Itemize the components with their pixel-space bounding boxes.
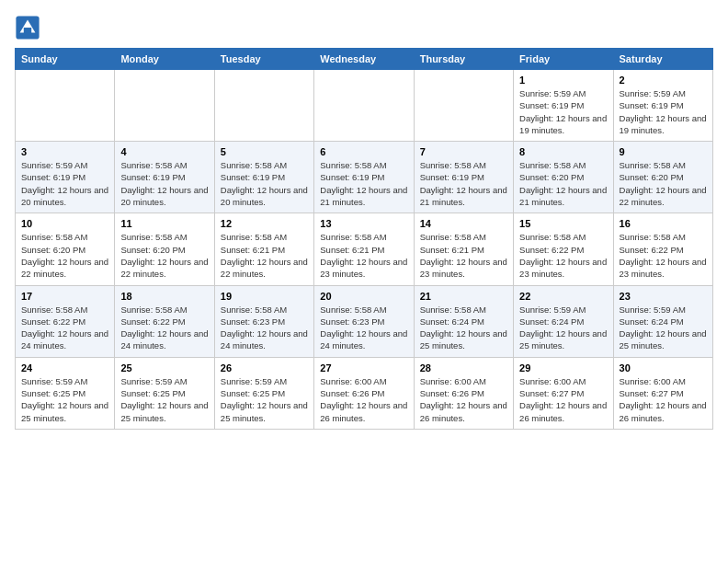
calendar-cell: 3Sunrise: 5:59 AM Sunset: 6:19 PM Daylig… <box>16 142 115 213</box>
day-number: 27 <box>320 362 407 373</box>
day-info: Sunrise: 6:00 AM Sunset: 6:27 PM Dayligh… <box>620 375 707 424</box>
day-number: 2 <box>620 75 707 86</box>
calendar-cell <box>16 70 115 142</box>
day-number: 22 <box>519 291 607 302</box>
calendar-body: 1Sunrise: 5:59 AM Sunset: 6:19 PM Daylig… <box>16 70 713 430</box>
day-number: 8 <box>519 146 607 157</box>
calendar-cell <box>214 70 313 142</box>
day-info: Sunrise: 5:58 AM Sunset: 6:19 PM Dayligh… <box>120 159 208 208</box>
calendar-cell: 23Sunrise: 5:59 AM Sunset: 6:24 PM Dayli… <box>613 285 712 357</box>
day-number: 18 <box>120 291 208 302</box>
day-info: Sunrise: 5:58 AM Sunset: 6:20 PM Dayligh… <box>620 159 707 208</box>
svg-rect-2 <box>24 28 31 34</box>
calendar-week-5: 24Sunrise: 5:59 AM Sunset: 6:25 PM Dayli… <box>16 357 713 429</box>
day-info: Sunrise: 5:59 AM Sunset: 6:19 PM Dayligh… <box>620 87 707 136</box>
calendar-cell: 10Sunrise: 5:58 AM Sunset: 6:20 PM Dayli… <box>16 213 115 285</box>
day-info: Sunrise: 5:58 AM Sunset: 6:19 PM Dayligh… <box>420 159 507 208</box>
day-number: 20 <box>320 291 407 302</box>
calendar-table: SundayMondayTuesdayWednesdayThursdayFrid… <box>15 48 713 430</box>
calendar-cell: 1Sunrise: 5:59 AM Sunset: 6:19 PM Daylig… <box>514 70 613 142</box>
day-number: 19 <box>221 291 308 302</box>
day-info: Sunrise: 5:59 AM Sunset: 6:19 PM Dayligh… <box>21 159 108 208</box>
day-info: Sunrise: 5:58 AM Sunset: 6:20 PM Dayligh… <box>21 231 108 280</box>
day-info: Sunrise: 5:59 AM Sunset: 6:24 PM Dayligh… <box>519 304 607 352</box>
calendar-cell <box>414 70 513 142</box>
day-info: Sunrise: 5:58 AM Sunset: 6:21 PM Dayligh… <box>320 231 407 280</box>
calendar-cell: 15Sunrise: 5:58 AM Sunset: 6:22 PM Dayli… <box>514 213 613 285</box>
calendar-header-row: SundayMondayTuesdayWednesdayThursdayFrid… <box>16 49 713 70</box>
calendar-cell: 14Sunrise: 5:58 AM Sunset: 6:21 PM Dayli… <box>414 213 513 285</box>
day-info: Sunrise: 5:59 AM Sunset: 6:25 PM Dayligh… <box>21 375 108 424</box>
day-info: Sunrise: 5:58 AM Sunset: 6:22 PM Dayligh… <box>620 231 707 280</box>
day-number: 29 <box>519 362 607 373</box>
calendar-cell: 4Sunrise: 5:58 AM Sunset: 6:19 PM Daylig… <box>115 142 214 213</box>
calendar-cell: 18Sunrise: 5:58 AM Sunset: 6:22 PM Dayli… <box>115 285 214 357</box>
calendar-cell <box>115 70 214 142</box>
day-number: 24 <box>21 362 108 373</box>
day-number: 26 <box>221 362 308 373</box>
calendar-cell: 9Sunrise: 5:58 AM Sunset: 6:20 PM Daylig… <box>613 142 712 213</box>
calendar-cell: 28Sunrise: 6:00 AM Sunset: 6:26 PM Dayli… <box>414 357 513 429</box>
day-info: Sunrise: 5:58 AM Sunset: 6:21 PM Dayligh… <box>420 231 507 280</box>
calendar-week-4: 17Sunrise: 5:58 AM Sunset: 6:22 PM Dayli… <box>16 285 713 357</box>
day-info: Sunrise: 5:59 AM Sunset: 6:19 PM Dayligh… <box>519 87 607 136</box>
day-info: Sunrise: 5:58 AM Sunset: 6:22 PM Dayligh… <box>519 231 607 280</box>
calendar-cell: 17Sunrise: 5:58 AM Sunset: 6:22 PM Dayli… <box>16 285 115 357</box>
header-cell-friday: Friday <box>514 49 613 70</box>
header-cell-wednesday: Wednesday <box>314 49 414 70</box>
day-number: 7 <box>420 146 507 157</box>
calendar-week-2: 3Sunrise: 5:59 AM Sunset: 6:19 PM Daylig… <box>16 142 713 213</box>
calendar-cell: 16Sunrise: 5:58 AM Sunset: 6:22 PM Dayli… <box>613 213 712 285</box>
calendar-cell: 29Sunrise: 6:00 AM Sunset: 6:27 PM Dayli… <box>514 357 613 429</box>
day-number: 30 <box>620 362 707 373</box>
day-info: Sunrise: 5:58 AM Sunset: 6:21 PM Dayligh… <box>221 231 308 280</box>
day-info: Sunrise: 5:59 AM Sunset: 6:25 PM Dayligh… <box>221 375 308 424</box>
calendar-cell: 12Sunrise: 5:58 AM Sunset: 6:21 PM Dayli… <box>214 213 313 285</box>
day-number: 25 <box>120 362 208 373</box>
calendar-cell: 6Sunrise: 5:58 AM Sunset: 6:19 PM Daylig… <box>314 142 414 213</box>
day-info: Sunrise: 6:00 AM Sunset: 6:26 PM Dayligh… <box>320 375 407 424</box>
day-info: Sunrise: 5:58 AM Sunset: 6:24 PM Dayligh… <box>420 304 507 352</box>
day-number: 9 <box>620 146 707 157</box>
day-info: Sunrise: 5:58 AM Sunset: 6:23 PM Dayligh… <box>320 304 407 352</box>
calendar-cell: 21Sunrise: 5:58 AM Sunset: 6:24 PM Dayli… <box>414 285 513 357</box>
day-number: 10 <box>21 218 108 229</box>
day-number: 12 <box>221 218 308 229</box>
calendar-week-1: 1Sunrise: 5:59 AM Sunset: 6:19 PM Daylig… <box>16 70 713 142</box>
day-number: 21 <box>420 291 507 302</box>
calendar-cell: 27Sunrise: 6:00 AM Sunset: 6:26 PM Dayli… <box>314 357 414 429</box>
calendar-week-3: 10Sunrise: 5:58 AM Sunset: 6:20 PM Dayli… <box>16 213 713 285</box>
calendar-cell: 2Sunrise: 5:59 AM Sunset: 6:19 PM Daylig… <box>613 70 712 142</box>
day-info: Sunrise: 5:58 AM Sunset: 6:23 PM Dayligh… <box>221 304 308 352</box>
day-info: Sunrise: 5:58 AM Sunset: 6:20 PM Dayligh… <box>120 231 208 280</box>
day-number: 14 <box>420 218 507 229</box>
day-number: 11 <box>120 218 208 229</box>
header-cell-sunday: Sunday <box>16 49 115 70</box>
day-number: 15 <box>519 218 607 229</box>
header-cell-tuesday: Tuesday <box>214 49 313 70</box>
calendar-cell: 8Sunrise: 5:58 AM Sunset: 6:20 PM Daylig… <box>514 142 613 213</box>
calendar-cell: 24Sunrise: 5:59 AM Sunset: 6:25 PM Dayli… <box>16 357 115 429</box>
day-number: 3 <box>21 146 108 157</box>
day-info: Sunrise: 5:58 AM Sunset: 6:22 PM Dayligh… <box>21 304 108 352</box>
day-number: 23 <box>620 291 707 302</box>
calendar-cell: 11Sunrise: 5:58 AM Sunset: 6:20 PM Dayli… <box>115 213 214 285</box>
day-number: 13 <box>320 218 407 229</box>
calendar-cell: 5Sunrise: 5:58 AM Sunset: 6:19 PM Daylig… <box>214 142 313 213</box>
calendar-cell: 22Sunrise: 5:59 AM Sunset: 6:24 PM Dayli… <box>514 285 613 357</box>
calendar-cell: 30Sunrise: 6:00 AM Sunset: 6:27 PM Dayli… <box>613 357 712 429</box>
day-number: 16 <box>620 218 707 229</box>
day-number: 4 <box>120 146 208 157</box>
day-number: 28 <box>420 362 507 373</box>
day-info: Sunrise: 5:58 AM Sunset: 6:19 PM Dayligh… <box>221 159 308 208</box>
header-cell-thursday: Thursday <box>414 49 513 70</box>
calendar-cell: 25Sunrise: 5:59 AM Sunset: 6:25 PM Dayli… <box>115 357 214 429</box>
calendar-cell: 13Sunrise: 5:58 AM Sunset: 6:21 PM Dayli… <box>314 213 414 285</box>
calendar-cell <box>314 70 414 142</box>
day-info: Sunrise: 5:58 AM Sunset: 6:19 PM Dayligh… <box>320 159 407 208</box>
logo <box>15 15 44 40</box>
day-info: Sunrise: 6:00 AM Sunset: 6:27 PM Dayligh… <box>519 375 607 424</box>
calendar-cell: 19Sunrise: 5:58 AM Sunset: 6:23 PM Dayli… <box>214 285 313 357</box>
logo-icon <box>15 15 40 40</box>
calendar-cell: 20Sunrise: 5:58 AM Sunset: 6:23 PM Dayli… <box>314 285 414 357</box>
